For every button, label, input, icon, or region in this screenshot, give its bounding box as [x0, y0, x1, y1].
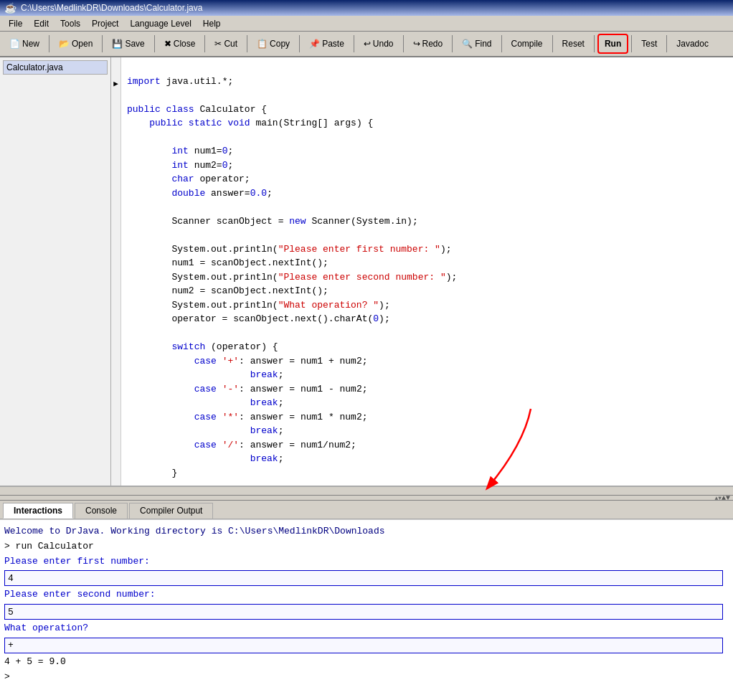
tab-compiler-output[interactable]: Compiler Output	[129, 503, 213, 519]
paste-button[interactable]: 📌 Paste	[303, 34, 351, 54]
javadoc-button[interactable]: Javadoc	[670, 34, 715, 54]
close-icon: ✖	[164, 39, 171, 49]
input3-field[interactable]	[4, 638, 723, 653]
resize-handle[interactable]: ▲▼	[0, 495, 733, 501]
find-button[interactable]: 🔍 Find	[455, 34, 498, 54]
welcome-text: Welcome to DrJava. Working directory is …	[4, 524, 729, 539]
run-command: > run Calculator	[4, 539, 729, 554]
title-bar: ☕ C:\Users\MedlinkDR\Downloads\Calculato…	[0, 0, 733, 16]
redo-button[interactable]: ↪ Redo	[407, 34, 450, 54]
horizontal-scrollbar[interactable]	[0, 486, 733, 495]
current-line-indicator: ▶	[111, 57, 121, 486]
separator-2	[102, 35, 103, 52]
menu-bar: File Edit Tools Project Language Level H…	[0, 16, 733, 32]
code-editor[interactable]: import java.util.*; public class Calcula…	[121, 57, 733, 486]
separator-10	[501, 35, 502, 52]
menu-edit[interactable]: Edit	[28, 17, 55, 30]
separator-7	[354, 35, 354, 52]
title-text: C:\Users\MedlinkDR\Downloads\Calculator.…	[21, 3, 202, 13]
save-icon: 💾	[112, 39, 123, 49]
bottom-tabs: Interactions Console Compiler Output	[0, 501, 733, 519]
cut-button[interactable]: ✂ Cut	[208, 34, 244, 54]
menu-language-level[interactable]: Language Level	[124, 17, 197, 30]
separator-6	[299, 35, 300, 52]
open-icon: 📂	[59, 39, 70, 49]
redo-icon: ↪	[413, 39, 420, 49]
copy-button[interactable]: 📋 Copy	[250, 34, 296, 54]
separator-11	[552, 35, 553, 52]
run-button[interactable]: Run	[597, 34, 628, 54]
compile-button[interactable]: Compile	[505, 34, 549, 54]
separator-13	[631, 35, 632, 52]
copy-icon: 📋	[257, 39, 268, 49]
separator-5	[247, 35, 247, 52]
tab-console[interactable]: Console	[75, 503, 128, 519]
separator-1	[49, 35, 49, 52]
menu-file[interactable]: File	[3, 17, 28, 30]
output-text: 4 + 5 = 9.0	[4, 655, 729, 670]
tab-interactions[interactable]: Interactions	[3, 503, 73, 519]
prompt2-text: Please enter second number:	[4, 587, 729, 602]
separator-9	[452, 35, 453, 52]
file-panel: Calculator.java	[0, 57, 111, 486]
input2-field[interactable]	[4, 604, 723, 620]
separator-3	[154, 35, 155, 52]
interactions-panel[interactable]: Welcome to DrJava. Working directory is …	[0, 519, 733, 700]
file-item-calculator[interactable]: Calculator.java	[3, 60, 108, 75]
find-icon: 🔍	[462, 39, 473, 49]
close-button[interactable]: ✖ Close	[158, 34, 202, 54]
prompt1-text: Please enter first number:	[4, 554, 729, 569]
separator-4	[204, 35, 205, 52]
menu-project[interactable]: Project	[86, 17, 124, 30]
separator-14	[666, 35, 667, 52]
undo-button[interactable]: ↩ Undo	[357, 34, 400, 54]
main-area: Calculator.java ▶ import java.util.*; pu…	[0, 57, 733, 486]
cut-icon: ✂	[214, 39, 222, 49]
reset-button[interactable]: Reset	[556, 34, 591, 54]
separator-12	[594, 35, 595, 52]
open-button[interactable]: 📂 Open	[52, 34, 99, 54]
new-icon: 📄	[9, 39, 20, 49]
test-button[interactable]: Test	[635, 34, 663, 54]
menu-help[interactable]: Help	[197, 17, 227, 30]
toolbar: 📄 New 📂 Open 💾 Save ✖ Close ✂ Cut 📋 Copy…	[0, 32, 733, 57]
paste-icon: 📌	[309, 39, 320, 49]
final-prompt: >	[4, 670, 729, 685]
separator-8	[403, 35, 404, 52]
save-button[interactable]: 💾 Save	[105, 34, 151, 54]
prompt3-text: What operation?	[4, 621, 729, 636]
title-icon: ☕	[4, 2, 16, 14]
new-button[interactable]: 📄 New	[3, 34, 46, 54]
menu-tools[interactable]: Tools	[55, 17, 86, 30]
input1-field[interactable]	[4, 570, 723, 586]
resize-icon: ▲▼	[722, 494, 730, 502]
undo-icon: ↩	[364, 39, 371, 49]
